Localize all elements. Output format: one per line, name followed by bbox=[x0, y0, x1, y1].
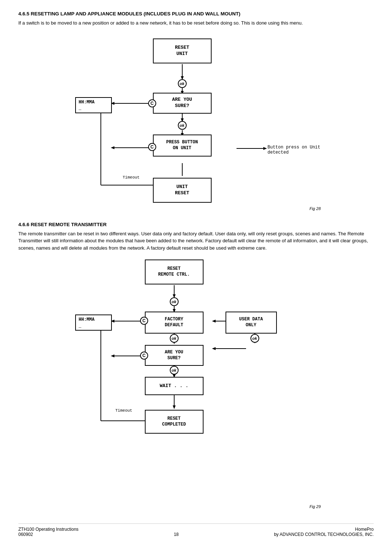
svg-marker-9 bbox=[263, 147, 267, 150]
ok2-circle: ok bbox=[178, 121, 187, 130]
reset-completed-box: RESETCOMPLETED bbox=[145, 410, 204, 434]
diagram2: RESETREMOTE CTRL. ok FACTORYDEFAULT USER… bbox=[68, 256, 325, 512]
footer-left-line2: 060902 bbox=[18, 532, 78, 537]
footer-left-line1: ZTH100 Operating Instructions bbox=[18, 527, 78, 532]
c1-diag2: C bbox=[140, 317, 148, 325]
section2-heading: 4.6.6 RESET REMOTE TRANSMITTER bbox=[18, 222, 374, 227]
footer-left: ZTH100 Operating Instructions 060902 bbox=[18, 527, 78, 537]
footer-right: HomePro by ADVANCED CONTROL TECHNOLOGIES… bbox=[274, 527, 374, 537]
reset-unit-box: RESETUNIT bbox=[153, 38, 212, 63]
ok2-diag2: ok bbox=[170, 334, 179, 343]
reset-remote-box: RESETREMOTE CTRL. bbox=[145, 260, 204, 284]
fig1-label: Fig 28 bbox=[309, 206, 321, 211]
fig2-label: Fig 29 bbox=[309, 504, 321, 509]
wait-box: WAIT . . . bbox=[145, 377, 204, 395]
diagram1: RESETUNIT ok ARE YOUSURE? C ok PRESS BUT… bbox=[68, 31, 325, 214]
svg-marker-32 bbox=[111, 354, 114, 357]
section1-heading: 4.6.5 RESETTING LAMP AND APPLIANCE MODUL… bbox=[18, 11, 374, 16]
c2-diag2: C bbox=[140, 352, 148, 360]
press-button-box: PRESS BUTTONON UNIT bbox=[153, 135, 212, 157]
section1-text: If a switch is to be moved to a new posi… bbox=[18, 19, 374, 27]
c2-circle: C bbox=[148, 143, 156, 151]
footer: ZTH100 Operating Instructions 060902 18 … bbox=[18, 523, 374, 537]
svg-marker-36 bbox=[173, 405, 176, 409]
footer-right-line1: HomePro bbox=[274, 527, 374, 532]
ok4-diag2: ok bbox=[170, 366, 179, 375]
timeout-label: Timeout bbox=[123, 175, 140, 180]
ok3-diag2: ok bbox=[250, 334, 259, 343]
hhmma-box2: HH:MMA_ bbox=[75, 315, 112, 331]
are-you-sure-box: ARE YOUSURE? bbox=[153, 93, 212, 114]
timeout-diag2: Timeout bbox=[116, 408, 132, 413]
factory-default-box: FACTORYDEFAULT bbox=[145, 312, 204, 334]
ok1-diag2: ok bbox=[170, 297, 179, 306]
svg-marker-30 bbox=[212, 347, 216, 350]
button-detect-text: Button press on Unit detected bbox=[268, 145, 325, 155]
ok1-circle: ok bbox=[178, 79, 187, 88]
footer-right-line2: by ADVANCED CONTROL TECHNOLOGIES, INC. bbox=[274, 532, 374, 537]
svg-marker-23 bbox=[212, 320, 216, 323]
footer-center: 18 bbox=[174, 532, 179, 537]
svg-marker-14 bbox=[111, 146, 114, 149]
user-data-only-box: USER DATAONLY bbox=[226, 312, 277, 334]
c1-circle: C bbox=[148, 99, 156, 107]
are-you-sure-diag2: ARE YOUSURE? bbox=[145, 345, 204, 366]
unit-reset-box: UNITRESET bbox=[153, 178, 212, 203]
hhmma-box1: HH:MMA_ bbox=[75, 97, 112, 113]
section2-text: The remote transmitter can be reset in t… bbox=[18, 230, 374, 252]
